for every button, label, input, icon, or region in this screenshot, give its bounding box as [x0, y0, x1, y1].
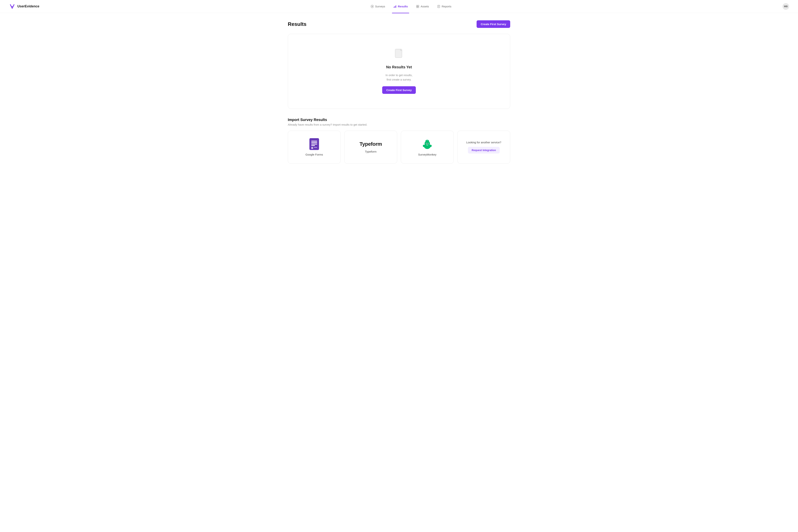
svg-rect-16 [311, 142, 317, 143]
empty-state-card: No Results Yet In order to get results, … [288, 34, 510, 109]
svg-rect-5 [416, 5, 417, 6]
typeform-label: Typeform [365, 150, 377, 153]
header: UserEvidence Surveys Results [0, 0, 798, 13]
logo-text: UserEvidence [17, 4, 39, 8]
svg-rect-7 [416, 6, 417, 7]
main-nav: Surveys Results Assets [367, 3, 455, 10]
assets-icon [416, 5, 419, 8]
import-card-google-forms[interactable]: Google Forms [288, 131, 341, 164]
nav-label-reports: Reports [442, 5, 452, 8]
import-section-description: Already have results from a survey? Impo… [288, 123, 510, 126]
svg-rect-18 [311, 145, 315, 146]
svg-rect-2 [394, 7, 394, 7]
main-content: Results Create First Survey No Results Y… [279, 13, 519, 171]
svg-point-33 [428, 144, 428, 144]
svg-rect-17 [311, 144, 317, 145]
create-first-survey-button-center[interactable]: Create First Survey [382, 86, 416, 94]
svg-point-26 [428, 140, 429, 141]
nav-item-surveys[interactable]: Surveys [367, 3, 388, 10]
results-icon [393, 5, 397, 8]
surveymonkey-label: SurveyMonkey [418, 153, 436, 156]
import-section: Import Survey Results Already have resul… [288, 118, 510, 164]
reports-icon [437, 5, 440, 8]
logo[interactable]: UserEvidence [9, 3, 39, 10]
svg-rect-8 [418, 6, 419, 7]
logo-icon [9, 3, 16, 10]
nav-label-assets: Assets [421, 5, 429, 8]
svg-point-30 [428, 143, 429, 144]
empty-state-title: No Results Yet [386, 65, 412, 69]
svg-point-22 [423, 145, 425, 147]
svg-point-23 [429, 145, 432, 147]
request-integration-text: Looking for another service? [466, 141, 501, 144]
svg-point-32 [427, 144, 427, 144]
svg-point-25 [425, 140, 426, 141]
typeform-logo: Typeform [359, 141, 382, 147]
google-forms-icon [309, 138, 319, 150]
svg-rect-19 [311, 147, 313, 149]
page-title: Results [288, 21, 306, 27]
svg-point-1 [372, 6, 373, 7]
google-forms-label: Google Forms [305, 153, 323, 156]
import-card-surveymonkey[interactable]: SurveyMonkey [401, 131, 454, 164]
nav-item-results[interactable]: Results [390, 3, 411, 10]
import-cards-grid: Google Forms Typeform Typeform [288, 131, 510, 164]
empty-document-icon [393, 49, 405, 61]
svg-point-29 [426, 143, 427, 144]
page-header: Results Create First Survey [288, 20, 510, 28]
svg-point-24 [425, 141, 430, 146]
request-integration-button[interactable]: Request Integration [468, 147, 499, 153]
svg-rect-4 [396, 5, 396, 8]
import-card-request[interactable]: Looking for another service? Request Int… [457, 131, 510, 164]
create-first-survey-button-top[interactable]: Create First Survey [477, 20, 510, 28]
svg-rect-20 [314, 147, 317, 148]
import-section-title: Import Survey Results [288, 118, 510, 122]
nav-label-surveys: Surveys [375, 5, 385, 8]
nav-item-reports[interactable]: Reports [434, 3, 455, 10]
surveymonkey-icon [420, 138, 435, 150]
svg-rect-15 [311, 141, 317, 141]
user-avatar[interactable]: MB [782, 3, 789, 10]
nav-item-assets[interactable]: Assets [413, 3, 432, 10]
nav-label-results: Results [398, 5, 408, 8]
empty-state-description: In order to get results, first create a … [385, 73, 413, 82]
svg-rect-3 [395, 6, 395, 7]
svg-rect-6 [418, 5, 419, 6]
import-card-typeform[interactable]: Typeform Typeform [344, 131, 397, 164]
survey-icon [370, 5, 374, 8]
